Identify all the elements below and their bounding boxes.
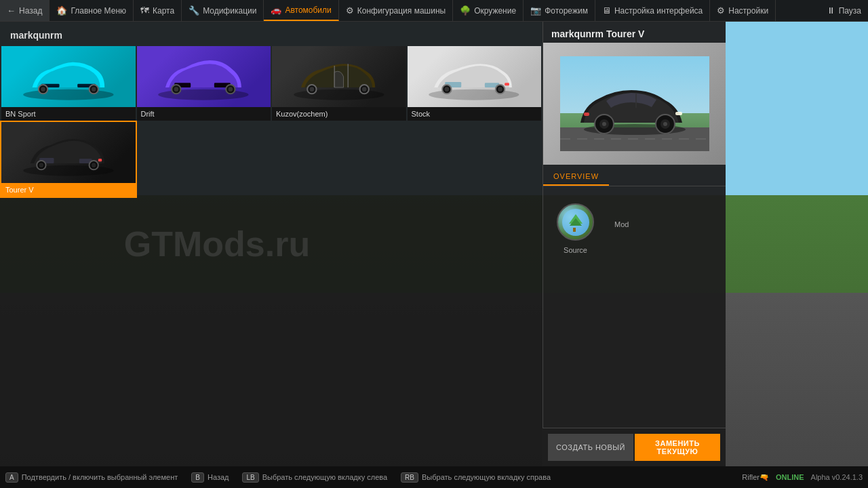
- tab-overview[interactable]: OVERVIEW: [543, 168, 609, 186]
- nav-environment[interactable]: 🌳 Окружение: [453, 0, 524, 21]
- car-grid-row1: BN Sport Drift: [0, 46, 542, 121]
- nav-main-menu[interactable]: 🏠 Главное Меню: [50, 0, 134, 21]
- svg-rect-43: [584, 113, 589, 116]
- car-image-tourer-v: [1, 122, 136, 183]
- car-illustration-tourer-v: [8, 125, 129, 180]
- nav-back-label: Назад: [19, 6, 42, 16]
- hint-key-a: A: [5, 472, 18, 483]
- svg-point-4: [41, 87, 45, 92]
- car-image-drift: [137, 46, 271, 107]
- source-label: Source: [564, 246, 587, 254]
- nav-environment-label: Окружение: [474, 6, 516, 16]
- config-icon: ⚙: [346, 5, 354, 16]
- svg-point-13: [229, 87, 233, 92]
- nav-mods[interactable]: 🔧 Модификации: [182, 0, 264, 21]
- svg-point-35: [92, 163, 96, 167]
- camera-icon: 📷: [530, 5, 541, 16]
- nav-car-config[interactable]: ⚙ Конфигурация машины: [339, 0, 453, 21]
- back-icon: ←: [7, 5, 16, 16]
- hint-tab-right: RB Выбрать следующую вкладку справа: [401, 472, 551, 483]
- source-item: Source: [557, 203, 594, 254]
- svg-rect-42: [675, 112, 682, 115]
- gear-icon: ⚙: [717, 5, 725, 16]
- username-label: markqunrm: [0, 22, 542, 46]
- nav-cars-label: Автомобили: [285, 5, 331, 15]
- svg-point-25: [445, 87, 450, 92]
- nav-map-label: Карта: [153, 6, 174, 16]
- source-icon-svg: [562, 209, 589, 236]
- car-card-drift[interactable]: Drift: [137, 46, 271, 121]
- car-illustration-drift: [143, 49, 264, 104]
- svg-point-20: [362, 87, 367, 92]
- car-card-bn-sport[interactable]: BN Sport: [1, 46, 136, 121]
- detail-car-preview: [543, 43, 726, 165]
- hint-text-back: Назад: [208, 473, 229, 481]
- detail-tabs: OVERVIEW: [543, 168, 726, 186]
- version-label: Alpha v0.24.1.3: [811, 473, 863, 481]
- nav-settings[interactable]: ⚙ Настройки: [710, 0, 776, 21]
- nav-settings-label: Настройки: [728, 6, 768, 16]
- nav-map[interactable]: 🗺 Карта: [134, 0, 182, 21]
- nav-car-config-label: Конфигурация машины: [357, 6, 446, 16]
- hint-text-confirm: Подтвердить / включить выбранный элемент: [22, 473, 178, 481]
- create-new-button[interactable]: СОЗДАТЬ НОВЫЙ: [548, 434, 633, 461]
- main-panel: markqunrm BN Sport: [0, 22, 542, 466]
- car-card-tourer-v[interactable]: Tourer V: [1, 122, 136, 197]
- nav-cars[interactable]: 🚗 Автомобили: [264, 0, 338, 21]
- nav-main-menu-label: Главное Меню: [71, 6, 126, 16]
- svg-point-33: [39, 163, 43, 167]
- svg-point-6: [92, 87, 96, 92]
- car-label-stock: Stock: [408, 107, 542, 121]
- mod-label: Mod: [614, 220, 629, 228]
- hint-tab-left: LB Выбрать следующую вкладку слева: [242, 472, 387, 483]
- car-image-kuzov: [272, 46, 406, 107]
- nav-ui-settings[interactable]: 🖥 Настройка интерфейса: [595, 0, 710, 21]
- source-mod-row: Source Mod: [553, 197, 715, 261]
- home-icon: 🏠: [56, 5, 67, 16]
- car-label-tourer-v: Tourer V: [1, 183, 136, 197]
- replace-current-button[interactable]: ЗАМЕНИТЬ ТЕКУЩУЮ: [635, 434, 720, 461]
- monitor-icon: 🖥: [602, 5, 611, 16]
- svg-point-18: [309, 87, 314, 92]
- watermark: GTMods.ru: [124, 224, 310, 264]
- hint-text-tab-left: Выбрать следующую вкладку слева: [262, 473, 387, 481]
- nav-photo-label: Фоторежим: [545, 6, 588, 16]
- nav-pause[interactable]: ⏸ Пауза: [820, 0, 868, 21]
- car-label-drift: Drift: [137, 107, 271, 121]
- svg-point-0: [23, 89, 113, 100]
- svg-rect-51: [573, 228, 576, 232]
- car-illustration-kuzov: [279, 49, 399, 104]
- nav-pause-label: Пауза: [839, 6, 861, 16]
- car-illustration-bn-sport: [8, 49, 129, 104]
- car-card-stock[interactable]: Stock: [408, 46, 542, 121]
- car-label-kuzov: Kuzov(zochem): [272, 107, 406, 121]
- nav-back-button[interactable]: ← Назад: [0, 0, 50, 21]
- bottom-bar: A Подтвердить / включить выбранный элеме…: [0, 466, 868, 488]
- svg-point-27: [498, 87, 503, 92]
- hint-key-lb: LB: [242, 472, 258, 483]
- tree-icon: 🌳: [460, 5, 471, 16]
- online-badge: ONLINE: [776, 473, 804, 481]
- detail-content: Source Mod: [543, 186, 726, 271]
- car-label-bn-sport: BN Sport: [1, 107, 136, 121]
- car-icon: 🚗: [271, 5, 281, 15]
- car-illustration-stock: [414, 49, 534, 104]
- nav-photo[interactable]: 📷 Фоторежим: [524, 0, 595, 21]
- hint-text-tab-right: Выбрать следующую вкладку справа: [422, 473, 551, 481]
- pause-icon: ⏸: [827, 5, 835, 16]
- hint-back: B Назад: [191, 472, 229, 483]
- source-icon: [557, 203, 594, 241]
- svg-rect-36: [98, 159, 102, 161]
- top-navigation: ← Назад 🏠 Главное Меню 🗺 Карта 🔧 Модифик…: [0, 0, 868, 22]
- nav-ui-settings-label: Настройка интерфейса: [614, 6, 703, 16]
- svg-point-46: [602, 122, 606, 126]
- bottom-buttons-panel: СОЗДАТЬ НОВЫЙ ЗАМЕНИТЬ ТЕКУЩУЮ: [542, 428, 726, 466]
- svg-point-11: [174, 87, 179, 92]
- wrench-icon: 🔧: [189, 5, 199, 16]
- svg-point-49: [663, 122, 667, 126]
- rifler-label: Rifler🔫: [742, 473, 769, 482]
- hint-confirm: A Подтвердить / включить выбранный элеме…: [5, 472, 178, 483]
- hint-key-b: B: [191, 472, 204, 483]
- car-card-kuzov[interactable]: Kuzov(zochem): [272, 46, 406, 121]
- car-image-stock: [408, 46, 542, 107]
